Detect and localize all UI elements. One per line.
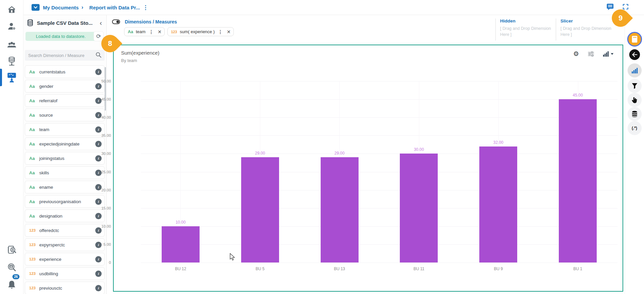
bar-BU-1[interactable] [559, 99, 597, 262]
field-type-icon: 123 [29, 286, 39, 290]
field-type-icon: Aa [29, 199, 39, 204]
field-type-icon: Aa [29, 84, 39, 89]
canvas-header: Dimensions / Measures Aa team ⋮ ✕ 123 su… [107, 15, 625, 45]
bar-BU-11[interactable] [400, 154, 438, 262]
field-label: currentstatus [39, 69, 65, 74]
notifications-bell-icon[interactable]: 26 [0, 277, 23, 292]
field-type-icon: Aa [29, 185, 39, 190]
chart-subtitle: By team [121, 58, 137, 63]
field-type-icon: Aa [29, 127, 39, 132]
chip-sum-experience[interactable]: 123 sum( experience ) ⋮ ✕ [167, 27, 234, 36]
pointer-hand-button[interactable] [628, 93, 642, 107]
collapse-toggle-icon[interactable] [112, 19, 120, 25]
y-tick-label: 25.00 [101, 170, 111, 174]
plot-area: 10.0029.0029.0030.0032.0045.00 [141, 81, 618, 262]
datastore-view-button[interactable] [628, 107, 642, 121]
chip-close-icon[interactable]: ✕ [157, 29, 162, 35]
datastore-title-icon [27, 19, 34, 26]
y-tick-label: 45.00 [101, 97, 111, 101]
slicer-title: Slicer [560, 18, 612, 23]
field-label: expectedjoiningdate [39, 141, 79, 146]
report-builder-icon[interactable] [0, 70, 23, 85]
number-type-icon: 123 [171, 30, 177, 34]
field-item-previousctc[interactable]: 123previousctci [25, 282, 105, 294]
chip-more-icon[interactable]: ⋮ [217, 29, 223, 35]
breadcrumb-current[interactable]: Report with Data Pr... [89, 5, 140, 10]
chip-team[interactable]: Aa team ⋮ ✕ [124, 27, 165, 36]
chart-view-button[interactable] [628, 63, 642, 77]
field-label: designation [39, 214, 62, 219]
y-tick-label: 40.00 [101, 115, 111, 119]
hidden-dropzone[interactable]: Hidden [ Drag and Drop Dimension Here ] [495, 18, 552, 41]
chip-more-icon[interactable]: ⋮ [148, 29, 154, 35]
chart-toolbar: ⚙ [573, 50, 614, 58]
slicer-placeholder: [ Drag and Drop Dimension Here ] [560, 25, 612, 38]
bar-value-label: 29.00 [255, 151, 265, 156]
y-tick-label: 5.00 [104, 242, 111, 246]
x-tick-label: BU 13 [300, 267, 379, 271]
bar-BU-12[interactable] [162, 226, 200, 262]
chart-settings-gear-icon[interactable]: ⚙ [573, 50, 579, 58]
field-label: joiningstatus [39, 156, 64, 161]
search-icon[interactable] [96, 52, 101, 59]
field-label: ename [39, 185, 53, 190]
data-search-icon[interactable] [0, 259, 23, 275]
breadcrumb-separator-icon: › [82, 4, 84, 11]
bar-value-label: 32.00 [493, 140, 503, 145]
user-settings-icon[interactable] [0, 19, 23, 34]
bar-BU-13[interactable] [321, 157, 359, 262]
x-tick-label: BU 5 [220, 267, 300, 271]
home-icon[interactable] [0, 2, 23, 17]
field-label: expyrsperctc [39, 242, 65, 247]
datastore-title: Sample CSV Data Sto... [37, 20, 93, 26]
info-icon[interactable]: i [95, 69, 102, 75]
notification-count-badge: 26 [12, 274, 19, 279]
y-tick-label: 35.00 [101, 133, 111, 137]
field-item-currentstatus[interactable]: Aacurrentstatusi [25, 65, 105, 78]
back-button[interactable] [629, 49, 640, 60]
regex-button[interactable]: (.*) [628, 121, 642, 135]
field-label: previousorganisation [39, 199, 81, 204]
x-tick-label: BU 9 [459, 267, 538, 271]
search-input[interactable] [25, 53, 96, 58]
field-label: skills [39, 170, 49, 175]
chart-options-sliders-icon[interactable] [588, 51, 594, 57]
bar-BU-9[interactable] [479, 146, 517, 262]
field-label: source [39, 113, 53, 118]
chip-row: Aa team ⋮ ✕ 123 sum( experience ) ⋮ ✕ [124, 27, 234, 36]
datastore-icon[interactable] [0, 54, 23, 69]
bar-slot: 29.00 [220, 81, 300, 262]
hidden-title: Hidden [500, 18, 552, 23]
right-tool-rail: (.*) [625, 15, 644, 294]
search-box [25, 50, 105, 61]
text-type-icon: Aa [128, 30, 133, 34]
slicer-dropzone[interactable]: Slicer [ Drag and Drop Dimension Here ] [556, 18, 612, 41]
y-tick-label: 10.00 [101, 224, 111, 228]
bar-BU-5[interactable] [241, 157, 279, 262]
users-icon[interactable] [0, 37, 23, 53]
bars: 10.0029.0029.0030.0032.0045.00 [141, 81, 618, 262]
filter-button[interactable] [628, 79, 642, 93]
field-type-icon: 123 [29, 272, 39, 276]
chip-close-icon[interactable]: ✕ [226, 29, 231, 35]
field-label: offeredctc [39, 228, 59, 233]
h-gridline [141, 262, 618, 263]
audit-log-icon[interactable] [0, 242, 23, 258]
info-icon[interactable]: i [95, 285, 102, 291]
info-icon[interactable]: i [95, 271, 102, 277]
field-label: gender [39, 84, 53, 89]
y-tick-label: 30.00 [101, 152, 111, 156]
mouse-cursor [229, 253, 236, 262]
field-type-icon: Aa [29, 69, 39, 74]
datastore-card-button[interactable] [627, 32, 642, 47]
breadcrumb-more-icon[interactable]: ⋮ [143, 4, 148, 11]
y-axis: 50.0045.0040.0035.0030.0025.0020.0015.00… [90, 81, 111, 262]
chip-label: sum( experience ) [180, 29, 215, 34]
bar-value-label: 30.00 [414, 147, 424, 152]
chart-type-select-icon[interactable] [603, 51, 614, 57]
field-type-icon: Aa [29, 170, 39, 175]
collapse-panel-icon[interactable]: ‹ [98, 19, 103, 26]
breadcrumb-root[interactable]: My Documents [43, 5, 79, 10]
field-item-usdbilling[interactable]: 123usdbillingi [25, 267, 105, 280]
comments-icon[interactable] [606, 3, 614, 11]
